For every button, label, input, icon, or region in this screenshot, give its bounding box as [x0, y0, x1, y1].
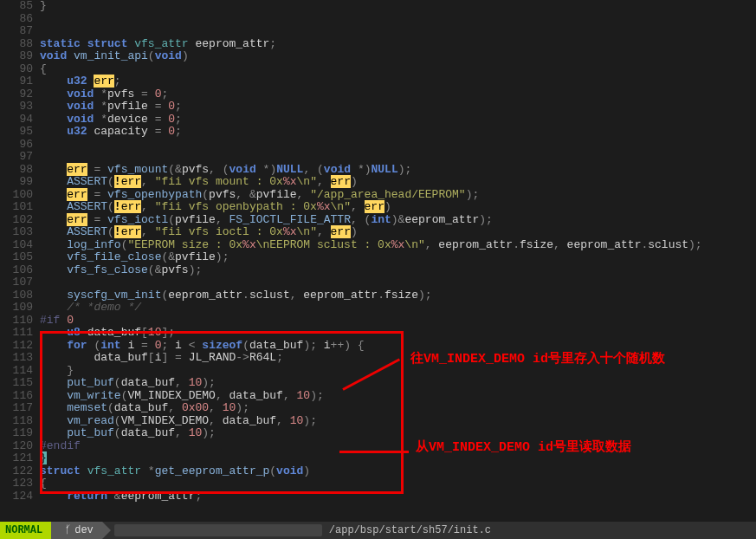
line-number: 112	[0, 340, 40, 353]
code-content[interactable]: put_buf(data_buf, 10);	[40, 377, 756, 390]
code-content[interactable]: err = vfs_openbypath(pvfs, &pvfile, "/ap…	[40, 189, 756, 202]
code-content[interactable]: err = vfs_ioctl(pvfile, FS_IOCTL_FILE_AT…	[40, 214, 756, 227]
code-content[interactable]: err = vfs_mount(&pvfs, (void *)NULL, (vo…	[40, 164, 756, 177]
code-line[interactable]: 109 /* *demo */	[0, 302, 756, 315]
line-number: 123	[0, 477, 40, 490]
code-content[interactable]: #if 0	[40, 315, 756, 328]
code-content[interactable]: vm_read(VM_INDEX_DEMO, data_buf, 10);	[40, 415, 756, 428]
line-number: 118	[0, 415, 40, 428]
line-number: 113	[0, 352, 40, 365]
code-content[interactable]: void *pvfile = 0;	[40, 101, 756, 114]
code-content[interactable]: /* *demo */	[40, 302, 756, 315]
code-line[interactable]: 116 vm_write(VM_INDEX_DEMO, data_buf, 10…	[0, 390, 756, 403]
line-number: 95	[0, 126, 40, 139]
code-line[interactable]: 93 void *pvfile = 0;	[0, 101, 756, 114]
code-line[interactable]: 121}	[0, 452, 756, 465]
code-line[interactable]: 107	[0, 276, 756, 289]
code-line[interactable]: 115 put_buf(data_buf, 10);	[0, 377, 756, 390]
code-content[interactable]: for (int i = 0; i < sizeof(data_buf); i+…	[40, 340, 756, 353]
code-line[interactable]: 100 err = vfs_openbypath(pvfs, &pvfile, …	[0, 189, 756, 202]
code-content[interactable]: }	[40, 452, 756, 465]
code-content[interactable]: static struct vfs_attr eeprom_attr;	[40, 38, 756, 51]
line-number: 99	[0, 176, 40, 189]
line-number: 116	[0, 390, 40, 403]
code-line[interactable]: 103 ASSERT(!err, "fii vfs ioctl : 0x%x\n…	[0, 226, 756, 239]
code-line[interactable]: 101 ASSERT(!err, "fii vfs openbypath : 0…	[0, 201, 756, 214]
vim-mode-label: NORMAL	[5, 524, 42, 537]
code-content[interactable]: void *device = 0;	[40, 114, 756, 127]
code-content[interactable]: void *pvfs = 0;	[40, 88, 756, 101]
line-number: 104	[0, 239, 40, 252]
code-line[interactable]: 97	[0, 151, 756, 164]
line-number: 90	[0, 63, 40, 76]
code-line[interactable]: 86	[0, 13, 756, 26]
code-line[interactable]: 95 u32 capacity = 0;	[0, 126, 756, 139]
code-line[interactable]: 117 memset(data_buf, 0x00, 10);	[0, 402, 756, 415]
code-line[interactable]: 124 return &eeprom_attr;	[0, 490, 756, 503]
annotation-text-bottom: 从VM_INDEX_DEMO id号里读取数据	[416, 442, 631, 455]
code-content[interactable]: {	[40, 477, 756, 490]
code-line[interactable]: 108 syscfg_vm_init(eeprom_attr.sclust, e…	[0, 289, 756, 302]
code-content[interactable]: syscfg_vm_init(eeprom_attr.sclust, eepro…	[40, 289, 756, 302]
code-line[interactable]: 88static struct vfs_attr eeprom_attr;	[0, 38, 756, 51]
line-number: 103	[0, 226, 40, 239]
code-content[interactable]: {	[40, 63, 756, 76]
code-content[interactable]: }	[40, 0, 756, 13]
code-content[interactable]: ASSERT(!err, "fii vfs mount : 0x%x\n", e…	[40, 176, 756, 189]
code-editor[interactable]: 85}868788static struct vfs_attr eeprom_a…	[0, 0, 756, 503]
code-content[interactable]: ASSERT(!err, "fii vfs ioctl : 0x%x\n", e…	[40, 226, 756, 239]
line-number: 86	[0, 13, 40, 26]
code-line[interactable]: 119 put_buf(data_buf, 10);	[0, 427, 756, 440]
line-number: 122	[0, 465, 40, 478]
code-content[interactable]: vfs_file_close(&pvfile);	[40, 251, 756, 264]
code-line[interactable]: 85}	[0, 0, 756, 13]
line-number: 97	[0, 151, 40, 164]
code-line[interactable]: 96	[0, 139, 756, 152]
code-line[interactable]: 110#if 0	[0, 315, 756, 328]
annotation-label: 往VM_INDEX_DEMO id号里存入十个随机数	[410, 354, 665, 367]
code-line[interactable]: 102 err = vfs_ioctl(pvfile, FS_IOCTL_FIL…	[0, 214, 756, 227]
code-line[interactable]: 91 u32 err;	[0, 75, 756, 88]
code-line[interactable]: 87	[0, 25, 756, 38]
line-number: 111	[0, 327, 40, 340]
code-line[interactable]: 104 log_info("EEPROM size : 0x%x\nEEPROM…	[0, 239, 756, 252]
line-number: 96	[0, 139, 40, 152]
line-number: 92	[0, 88, 40, 101]
code-line[interactable]: 106 vfs_fs_close(&pvfs);	[0, 264, 756, 277]
code-line[interactable]: 89void vm_init_api(void)	[0, 50, 756, 63]
code-content[interactable]: struct vfs_attr *get_eeprom_attr_p(void)	[40, 465, 756, 478]
line-number: 110	[0, 315, 40, 328]
code-content[interactable]: u32 capacity = 0;	[40, 126, 756, 139]
code-line[interactable]: 105 vfs_file_close(&pvfile);	[0, 251, 756, 264]
code-line[interactable]: 94 void *device = 0;	[0, 114, 756, 127]
code-content[interactable]: u8 data_buf[10];	[40, 327, 756, 340]
line-number: 85	[0, 0, 40, 13]
code-content[interactable]: vfs_fs_close(&pvfs);	[40, 264, 756, 277]
code-content[interactable]: ASSERT(!err, "fii vfs openbypath : 0x%x\…	[40, 201, 756, 214]
code-line[interactable]: 111 u8 data_buf[10];	[0, 327, 756, 340]
code-content[interactable]: u32 err;	[40, 75, 756, 88]
line-number: 107	[0, 276, 40, 289]
code-line[interactable]: 99 ASSERT(!err, "fii vfs mount : 0x%x\n"…	[0, 176, 756, 189]
code-line[interactable]: 98 err = vfs_mount(&pvfs, (void *)NULL, …	[0, 164, 756, 177]
line-number: 105	[0, 251, 40, 264]
code-content[interactable]: vm_write(VM_INDEX_DEMO, data_buf, 10);	[40, 390, 756, 403]
code-line[interactable]: 112 for (int i = 0; i < sizeof(data_buf)…	[0, 340, 756, 353]
line-number: 91	[0, 75, 40, 88]
line-number: 100	[0, 189, 40, 202]
line-number: 121	[0, 452, 40, 465]
code-content[interactable]: return &eeprom_attr;	[40, 490, 756, 503]
obscured-segment	[114, 524, 322, 536]
line-number: 98	[0, 164, 40, 177]
code-line[interactable]: 123{	[0, 477, 756, 490]
code-line[interactable]: 122struct vfs_attr *get_eeprom_attr_p(vo…	[0, 465, 756, 478]
code-line[interactable]: 92 void *pvfs = 0;	[0, 88, 756, 101]
code-content[interactable]: memset(data_buf, 0x00, 10);	[40, 402, 756, 415]
code-line[interactable]: 118 vm_read(VM_INDEX_DEMO, data_buf, 10)…	[0, 415, 756, 428]
code-content[interactable]: log_info("EEPROM size : 0x%x\nEEPROM scl…	[40, 239, 756, 252]
line-number: 119	[0, 427, 40, 440]
branch-icon: ᚶ	[65, 524, 71, 537]
code-content[interactable]: void vm_init_api(void)	[40, 50, 756, 63]
code-content[interactable]: put_buf(data_buf, 10);	[40, 427, 756, 440]
code-line[interactable]: 90{	[0, 63, 756, 76]
